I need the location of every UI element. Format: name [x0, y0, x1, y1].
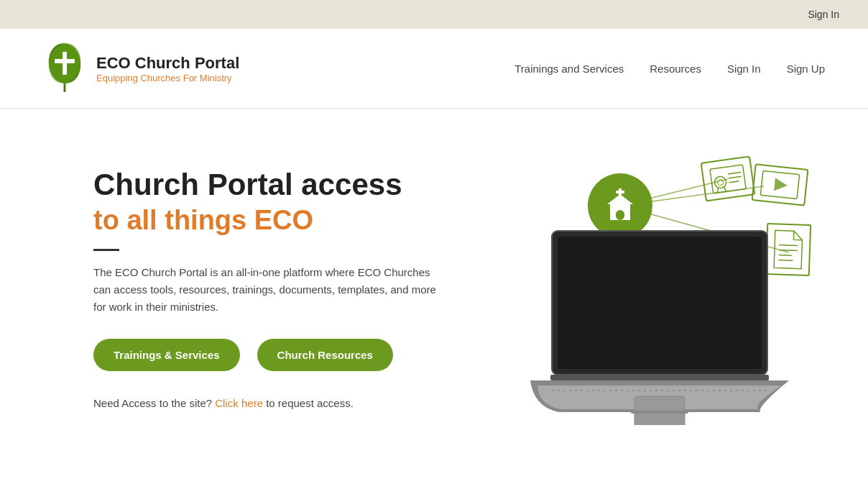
church-svg-icon	[601, 187, 639, 224]
hero-illustration	[509, 152, 811, 425]
svg-line-20	[724, 186, 726, 191]
logo-icon	[43, 43, 86, 93]
nav-trainings[interactable]: Trainings and Services	[514, 63, 624, 75]
access-text-area: Need Access to the site? Click here to r…	[93, 397, 438, 409]
laptop-svg	[530, 224, 789, 425]
main-nav: Trainings and Services Resources Sign In…	[514, 63, 825, 75]
hero-subtitle: to all things ECO	[93, 205, 438, 237]
svg-rect-10	[616, 210, 624, 220]
svg-marker-22	[774, 178, 788, 192]
hero-left: Church Portal access to all things ECO T…	[93, 168, 438, 410]
nav-resources[interactable]: Resources	[650, 63, 701, 75]
church-resources-button[interactable]: Church Resources	[257, 339, 393, 371]
svg-rect-12	[616, 191, 624, 193]
svg-rect-3	[55, 59, 75, 63]
access-static-text: Need Access to the site?	[93, 397, 212, 409]
logo-text-area: ECO Church Portal Equipping Churches For…	[96, 54, 239, 83]
nav-signin[interactable]: Sign In	[727, 63, 761, 75]
svg-point-15	[717, 178, 724, 185]
cert-svg	[708, 163, 748, 195]
main-content: Church Portal access to all things ECO T…	[0, 109, 868, 454]
video-svg	[759, 169, 801, 201]
svg-rect-28	[558, 237, 762, 369]
top-bar-signin-link[interactable]: Sign In	[808, 9, 839, 20]
logo-area: ECO Church Portal Equipping Churches For…	[43, 43, 239, 93]
trainings-services-button[interactable]: Trainings & Services	[93, 339, 240, 371]
hero-description: The ECO Church Portal is an all-in-one p…	[93, 264, 438, 316]
top-bar: Sign In	[0, 0, 868, 29]
svg-line-16	[728, 172, 741, 174]
svg-rect-31	[631, 411, 688, 414]
certificate-icon	[701, 155, 756, 201]
svg-line-17	[729, 176, 742, 178]
logo-title: ECO Church Portal	[96, 54, 239, 73]
video-icon	[751, 163, 808, 206]
logo-subtitle: Equipping Churches For Ministry	[96, 73, 239, 83]
svg-point-14	[714, 175, 726, 188]
header: ECO Church Portal Equipping Churches For…	[0, 29, 868, 109]
hero-divider	[93, 249, 119, 251]
hero-btn-group: Trainings & Services Church Resources	[93, 339, 438, 371]
access-link[interactable]: Click here	[215, 397, 263, 409]
svg-line-18	[729, 181, 739, 182]
nav-signup[interactable]: Sign Up	[787, 63, 825, 75]
svg-rect-29	[550, 375, 769, 380]
hero-title: Church Portal access	[93, 168, 438, 202]
access-suffix: to request access.	[266, 397, 354, 409]
